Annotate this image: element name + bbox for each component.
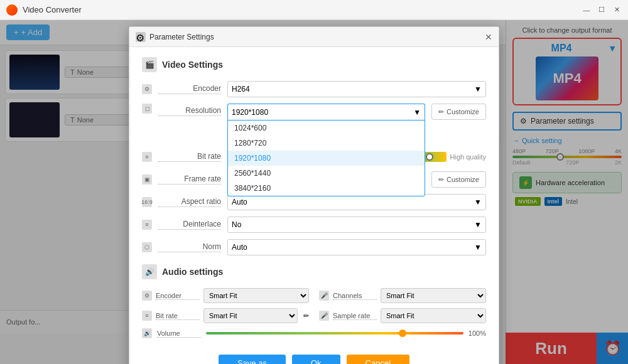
- audio-settings-title: Audio settings: [162, 267, 223, 277]
- res-option-1280[interactable]: 1280*720: [228, 136, 425, 151]
- audio-edit-icon: ✏: [303, 312, 309, 320]
- aspect-value: Auto: [232, 198, 247, 206]
- save-as-button[interactable]: Save as: [219, 355, 286, 364]
- cancel-button[interactable]: Cancel: [347, 355, 409, 364]
- norm-select[interactable]: Auto ▼: [227, 239, 486, 255]
- high-quality-label: High quality: [450, 153, 486, 161]
- res-option-2560[interactable]: 2560*1440: [228, 166, 425, 181]
- video-settings-icon: 🎬: [142, 57, 157, 72]
- audio-settings-header: 🔊 Audio settings: [142, 264, 486, 279]
- audio-form-grid: ⚙ Encoder Smart Fit 🎤 Channels Smart Fit: [142, 288, 486, 323]
- deinterlace-label: Deinterlace: [158, 220, 221, 230]
- aspect-arrow: ▼: [474, 198, 482, 206]
- dialog-titlebar: ⚙ Parameter Settings ✕: [129, 27, 499, 47]
- aspect-label: Aspect ratio: [158, 197, 221, 207]
- norm-label: Norm: [158, 242, 221, 252]
- parameter-settings-dialog: ⚙ Parameter Settings ✕ 🎬 Video Settings …: [129, 26, 499, 364]
- dialog-footer: Save as Ok Cancel: [129, 348, 499, 364]
- volume-icon: 🔊: [142, 328, 152, 338]
- close-button[interactable]: ✕: [612, 5, 622, 15]
- pencil-icon: ✏: [438, 108, 444, 116]
- channels-field: 🎤 Channels Smart Fit: [319, 288, 486, 303]
- res-option-1024[interactable]: 1024*600: [228, 120, 425, 136]
- deinterlace-select[interactable]: No ▼: [227, 217, 486, 233]
- samplerate-label: Sample rate: [333, 312, 377, 320]
- audio-encoder-icon: ⚙: [142, 291, 152, 301]
- norm-icon: ⬡: [142, 242, 152, 252]
- norm-row: ⬡ Norm Auto ▼: [142, 239, 486, 255]
- customize-label3: Customize: [447, 176, 479, 183]
- encoder-select[interactable]: H264 ▼: [227, 81, 486, 97]
- audio-encoder-select[interactable]: Smart Fit: [203, 288, 309, 303]
- dialog-overlay: ⚙ Parameter Settings ✕ 🎬 Video Settings …: [0, 20, 628, 364]
- video-settings-header: 🎬 Video Settings: [142, 57, 486, 72]
- res-option-1920[interactable]: 1920*1080: [228, 151, 425, 166]
- minimize-button[interactable]: —: [582, 5, 592, 15]
- customize-label: Customize: [447, 108, 479, 115]
- audio-encoder-field: ⚙ Encoder Smart Fit: [142, 288, 309, 303]
- audio-section: 🔊 Audio settings ⚙ Encoder Smart Fit 🎤: [142, 264, 486, 338]
- channels-select[interactable]: Smart Fit: [381, 288, 486, 303]
- channels-label: Channels: [333, 292, 377, 300]
- app-logo: [6, 4, 18, 16]
- quality-marker[interactable]: [426, 153, 433, 161]
- dialog-content: 🎬 Video Settings ⚙ Encoder H264 ▼ ◻ Reso…: [129, 47, 499, 348]
- framerate-icon: ▣: [142, 174, 152, 185]
- resolution-arrow: ▼: [413, 108, 421, 117]
- encoder-value: H264: [232, 85, 250, 94]
- resolution-row: ◻ Resolution 1920*1080 ▼ 1024*600 1280*7…: [142, 104, 486, 120]
- maximize-button[interactable]: ☐: [597, 5, 607, 15]
- encoder-label: Encoder: [158, 84, 221, 94]
- volume-thumb[interactable]: [399, 329, 406, 337]
- deinterlace-row: ≡ Deinterlace No ▼: [142, 217, 486, 233]
- dialog-icon: ⚙: [136, 32, 146, 42]
- deinterlace-arrow: ▼: [474, 220, 482, 229]
- deinterlace-icon: ≡: [142, 220, 152, 230]
- framerate-label: Frame rate: [158, 174, 221, 185]
- titlebar: Video Converter — ☐ ✕: [0, 0, 628, 20]
- dialog-close-button[interactable]: ✕: [485, 32, 492, 42]
- samplerate-icon: 🎤: [319, 311, 329, 321]
- resolution-customize-button[interactable]: ✏ Customize: [431, 104, 486, 120]
- window-controls[interactable]: — ☐ ✕: [582, 5, 622, 15]
- audio-bitrate-field: ≡ Bit rate Smart Fit ✏: [142, 308, 309, 323]
- res-option-3840[interactable]: 3840*2160: [228, 181, 425, 196]
- samplerate-select[interactable]: Smart Fit: [381, 308, 486, 323]
- resolution-icon: ◻: [142, 104, 152, 114]
- resolution-input[interactable]: 1920*1080 ▼: [227, 104, 425, 120]
- audio-bitrate-icon: ≡: [142, 311, 152, 321]
- encoder-arrow: ▼: [474, 85, 482, 94]
- samplerate-field: 🎤 Sample rate Smart Fit: [319, 308, 486, 323]
- resolution-value: 1920*1080: [232, 108, 268, 117]
- volume-row: 🔊 Volume 100%: [142, 328, 486, 338]
- norm-value: Auto: [232, 243, 247, 252]
- audio-bitrate-select[interactable]: Smart Fit: [203, 308, 298, 323]
- video-settings-title: Video Settings: [162, 60, 223, 70]
- bitrate-icon: ≡: [142, 152, 152, 162]
- audio-bitrate-label: Bit rate: [156, 312, 200, 320]
- resolution-dropdown[interactable]: 1024*600 1280*720 1920*1080 2560*1440 38…: [227, 120, 425, 196]
- volume-track[interactable]: [206, 332, 463, 335]
- dialog-title: Parameter Settings: [149, 33, 485, 41]
- pencil-icon3: ✏: [438, 176, 444, 184]
- audio-encoder-label: Encoder: [156, 292, 200, 300]
- bitrate-label: Bit rate: [158, 152, 221, 162]
- encoder-icon: ⚙: [142, 84, 152, 94]
- volume-pct: 100%: [468, 329, 486, 337]
- resolution-label: Resolution: [158, 106, 221, 116]
- app-title: Video Converter: [23, 5, 582, 14]
- framerate-customize-button[interactable]: ✏ Customize: [431, 171, 486, 188]
- aspect-icon: 16:9: [142, 197, 152, 207]
- deinterlace-value: No: [232, 220, 241, 229]
- ok-button[interactable]: Ok: [292, 355, 340, 364]
- volume-label: Volume: [157, 329, 201, 338]
- resolution-wrapper: 1920*1080 ▼ 1024*600 1280*720 1920*1080 …: [227, 104, 425, 120]
- norm-arrow: ▼: [474, 243, 482, 252]
- audio-settings-icon: 🔊: [142, 264, 157, 279]
- encoder-row: ⚙ Encoder H264 ▼: [142, 81, 486, 97]
- channels-icon: 🎤: [319, 291, 329, 301]
